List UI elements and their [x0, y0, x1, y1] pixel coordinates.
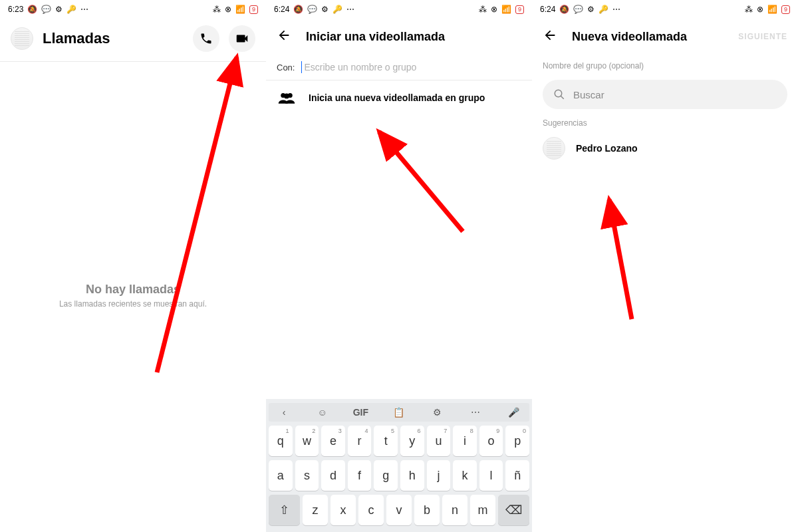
- key-z[interactable]: z: [303, 495, 328, 525]
- key-icon: 🔑: [332, 5, 342, 14]
- kb-settings-icon[interactable]: ⚙: [426, 407, 449, 418]
- key-g[interactable]: g: [374, 460, 398, 491]
- key-l[interactable]: l: [479, 460, 503, 491]
- empty-subtitle: Las llamadas recientes se muestran aquí.: [0, 299, 266, 309]
- key-ñ[interactable]: ñ: [505, 460, 529, 491]
- keyboard-row-3: ⇧ zxcvbnm ⌫: [269, 495, 529, 525]
- contact-avatar: [543, 137, 565, 160]
- svg-point-3: [284, 93, 289, 98]
- more-icon: ⋯: [612, 5, 620, 14]
- empty-title: No hay llamadas: [0, 283, 266, 297]
- bluetooth-icon: ⁂: [479, 5, 487, 14]
- next-button[interactable]: SIGUIENTE: [738, 32, 787, 41]
- key-y[interactable]: y6: [400, 426, 424, 456]
- more-icon: ⋯: [346, 5, 354, 14]
- kb-clipboard-icon[interactable]: 📋: [388, 407, 410, 418]
- key-i[interactable]: i8: [453, 426, 477, 456]
- arrow-left-icon: [277, 28, 291, 43]
- kb-gif-button[interactable]: GIF: [349, 407, 372, 418]
- mute-icon: 🔕: [293, 5, 303, 14]
- wifi-icon: 📶: [501, 5, 511, 14]
- header: Iniciar una videollamada: [266, 19, 532, 55]
- back-button[interactable]: [277, 28, 291, 45]
- suggestions-header: Sugerencias: [532, 118, 798, 128]
- header: Llamadas: [0, 19, 266, 61]
- svg-line-6: [561, 96, 564, 99]
- key-j[interactable]: j: [427, 460, 451, 491]
- search-placeholder: Buscar: [573, 89, 604, 100]
- back-button[interactable]: [543, 28, 557, 45]
- key-o[interactable]: o9: [479, 426, 503, 456]
- kb-more-icon[interactable]: ⋯: [464, 407, 487, 418]
- key-k[interactable]: k: [453, 460, 477, 491]
- gear-icon: ⚙: [587, 5, 595, 14]
- battery-icon: 9: [781, 5, 790, 14]
- kb-back-icon[interactable]: ‹: [273, 407, 295, 418]
- kb-sticker-icon[interactable]: ☺: [311, 407, 334, 418]
- key-c[interactable]: c: [358, 495, 384, 525]
- key-d[interactable]: d: [321, 460, 345, 491]
- contact-row[interactable]: Pedro Lozano: [532, 128, 798, 169]
- voice-call-button[interactable]: [193, 25, 219, 52]
- mute-icon: 🔕: [559, 5, 569, 14]
- key-a[interactable]: a: [269, 460, 293, 491]
- search-icon: [553, 88, 565, 100]
- key-r[interactable]: r4: [348, 426, 372, 456]
- header: Nueva videollamada SIGUIENTE: [532, 19, 798, 55]
- key-t[interactable]: t5: [374, 426, 398, 456]
- svg-line-4: [379, 132, 463, 231]
- recipient-row: Con: Escribe un nombre o grupo: [266, 55, 532, 80]
- kb-mic-icon[interactable]: 🎤: [503, 407, 525, 418]
- battery-icon: 9: [249, 5, 258, 14]
- key-w[interactable]: w2: [295, 426, 319, 456]
- status-time: 6:23: [8, 5, 23, 14]
- group-icon: [277, 91, 297, 104]
- divider: [0, 61, 266, 62]
- svg-line-0: [157, 57, 237, 372]
- key-f[interactable]: f: [348, 460, 372, 491]
- keyboard-row-2: asdfghjklñ: [269, 460, 529, 491]
- key-h[interactable]: h: [400, 460, 424, 491]
- key-x[interactable]: x: [331, 495, 356, 525]
- new-group-call-row[interactable]: Inicia una nueva videollamada en grupo: [266, 80, 532, 115]
- gear-icon: ⚙: [321, 5, 329, 14]
- video-call-button[interactable]: [229, 25, 255, 52]
- arrow-left-icon: [543, 28, 557, 43]
- whatsapp-icon: 💬: [573, 5, 583, 14]
- wifi-icon: 📶: [767, 5, 777, 14]
- page-title: Iniciar una videollamada: [306, 30, 521, 44]
- annotation-arrow: [0, 0, 266, 532]
- key-icon: 🔑: [598, 5, 608, 14]
- svg-line-7: [609, 200, 632, 319]
- new-group-call-label: Inicia una nueva videollamada en grupo: [309, 92, 485, 103]
- wifi-icon: 📶: [235, 5, 245, 14]
- video-icon: [235, 31, 249, 46]
- key-u[interactable]: u7: [427, 426, 451, 456]
- recipient-label: Con:: [277, 63, 295, 72]
- keyboard-toolbar: ‹ ☺ GIF 📋 ⚙ ⋯ 🎤: [269, 403, 529, 422]
- whatsapp-icon: 💬: [307, 5, 317, 14]
- key-v[interactable]: v: [386, 495, 412, 525]
- empty-state: No hay llamadas Las llamadas recientes s…: [0, 283, 266, 309]
- key-b[interactable]: b: [414, 495, 440, 525]
- key-p[interactable]: p0: [505, 426, 529, 456]
- shift-key[interactable]: ⇧: [269, 495, 300, 525]
- phone-icon: [200, 32, 213, 45]
- mute-icon: 🔕: [27, 5, 37, 14]
- status-time: 6:24: [274, 5, 289, 14]
- key-q[interactable]: q1: [269, 426, 293, 456]
- recipient-input[interactable]: Escribe un nombre o grupo: [301, 61, 416, 73]
- search-input[interactable]: Buscar: [543, 80, 787, 109]
- key-m[interactable]: m: [470, 495, 495, 525]
- profile-avatar[interactable]: [11, 27, 33, 50]
- vibration-icon: ⊗: [757, 5, 763, 14]
- key-e[interactable]: e3: [321, 426, 345, 456]
- backspace-key[interactable]: ⌫: [498, 495, 529, 525]
- bluetooth-icon: ⁂: [213, 5, 221, 14]
- key-s[interactable]: s: [295, 460, 319, 491]
- status-time: 6:24: [540, 5, 555, 14]
- page-title: Nueva videollamada: [572, 30, 724, 44]
- key-n[interactable]: n: [442, 495, 467, 525]
- group-name-label: Nombre del grupo (opcional): [532, 61, 798, 70]
- panel-start-call: 6:24 🔕 💬 ⚙ 🔑 ⋯ ⁂ ⊗ 📶 9 Iniciar una video…: [266, 0, 532, 532]
